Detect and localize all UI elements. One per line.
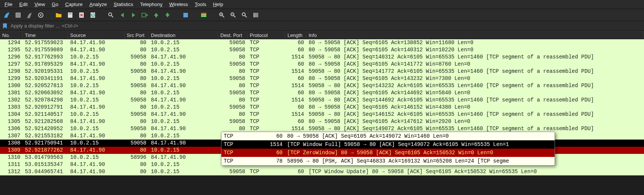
svg-rect-10 xyxy=(142,13,146,17)
cell-sport: 59058 xyxy=(124,111,149,118)
packet-row[interactable]: 129752.91789532984.17.41.908010.0.2.1559… xyxy=(0,61,644,68)
tooltip-len: 60 xyxy=(259,150,285,156)
menu-help[interactable]: Help xyxy=(211,1,226,8)
packet-row[interactable]: 129952.92034119184.17.41.908010.0.2.1559… xyxy=(0,75,644,82)
packet-row[interactable]: 129552.91755908984.17.41.908010.0.2.1559… xyxy=(0,46,644,54)
menu-statistics[interactable]: Statistics xyxy=(111,1,135,8)
col-header-dport[interactable]: Dest. Port xyxy=(218,31,247,39)
tooltip-proto: TCP xyxy=(221,133,259,139)
menu-view[interactable]: View xyxy=(32,1,47,8)
find-icon[interactable] xyxy=(107,11,115,19)
stop-icon[interactable] xyxy=(14,11,22,19)
cell-info: 59058 → 80 [ACK] Seq=146152 Ack=6105 Win… xyxy=(306,111,644,118)
menu-analyze[interactable]: Analyze xyxy=(87,1,109,8)
cell-time: 53.014799563 xyxy=(23,154,68,161)
close-file-icon[interactable] xyxy=(78,11,85,19)
arrow-left-icon[interactable] xyxy=(118,11,126,19)
cell-sport: 80 xyxy=(124,147,149,154)
arrow-up-icon[interactable] xyxy=(152,11,160,19)
cell-no: 1295 xyxy=(0,46,23,54)
menu-edit[interactable]: Edit xyxy=(17,1,30,8)
cell-no: 1294 xyxy=(0,39,23,46)
packet-row[interactable]: 130152.92066309284.17.41.908010.0.2.1559… xyxy=(0,89,644,97)
cell-dst: 10.0.2.15 xyxy=(149,61,218,68)
cell-dport: 59058 xyxy=(218,61,247,68)
cell-src: 10.0.2.15 xyxy=(68,68,124,75)
packet-row[interactable]: 131253.04496574184.17.41.908010.0.2.1559… xyxy=(0,168,644,175)
cell-sport: 59058 xyxy=(124,140,149,147)
cell-no: 1298 xyxy=(0,68,23,75)
menu-go[interactable]: Go xyxy=(49,1,60,8)
col-header-info[interactable]: Info xyxy=(306,31,644,39)
cell-src: 84.17.41.90 xyxy=(68,161,124,168)
menu-file[interactable]: File xyxy=(2,1,15,8)
svg-rect-4 xyxy=(69,13,72,14)
svg-line-9 xyxy=(111,15,113,17)
packet-row[interactable]: 129652.91776299310.0.2.155905884.17.41.9… xyxy=(0,54,644,61)
cell-time: 52.917559089 xyxy=(23,46,68,54)
cell-sport: 59058 xyxy=(124,97,149,104)
arrow-right-icon[interactable] xyxy=(130,11,137,19)
resize-cols-icon[interactable] xyxy=(252,11,260,19)
menu-wireless[interactable]: Wireless xyxy=(167,1,191,8)
colorize-icon[interactable] xyxy=(200,11,207,19)
arrow-down-icon[interactable] xyxy=(164,11,171,19)
goto-icon[interactable] xyxy=(141,11,149,19)
col-header-length[interactable]: Length xyxy=(285,31,306,39)
cell-time: 52.921553182 xyxy=(23,132,68,140)
packet-row[interactable]: 130052.92052781310.0.2.155905884.17.41.9… xyxy=(0,82,644,89)
cell-no: 1305 xyxy=(0,118,23,125)
cell-info: 80 → 59058 [ACK] Seq=6105 Ack=144692 Win… xyxy=(306,89,644,97)
save-icon[interactable] xyxy=(66,11,74,19)
cell-src: 84.17.41.90 xyxy=(68,132,124,140)
cell-no: 1303 xyxy=(0,104,23,111)
cell-dport: 59058 xyxy=(218,118,247,125)
packet-row[interactable]: 129452.91755902384.17.41.908010.0.2.1559… xyxy=(0,39,644,46)
restart-icon[interactable] xyxy=(26,11,33,19)
cell-time: 52.917559023 xyxy=(23,39,68,46)
col-header-dest[interactable]: Destination xyxy=(149,31,218,39)
cell-dst: 10.0.2.15 xyxy=(149,161,218,168)
col-header-sport[interactable]: Src Port xyxy=(124,31,149,39)
cell-time: 52.921140517 xyxy=(23,111,68,118)
packet-row[interactable]: 129852.92019533110.0.2.155905884.17.41.9… xyxy=(0,68,644,75)
shark-fin-icon[interactable] xyxy=(3,11,11,19)
cell-len: 60 xyxy=(285,89,306,97)
autoscroll-icon[interactable] xyxy=(182,11,189,19)
cell-sport: 80 xyxy=(124,118,149,125)
svg-rect-12 xyxy=(167,13,168,15)
folder-open-icon[interactable] xyxy=(55,11,63,19)
cell-no: 1302 xyxy=(0,97,23,104)
reload-icon[interactable] xyxy=(89,11,97,19)
cell-dst: 10.0.2.15 xyxy=(149,39,218,46)
cell-info: 80 → 59058 [ACK] Seq=6105 Ack=143232 Win… xyxy=(306,75,644,82)
col-header-proto[interactable]: Protocol xyxy=(247,31,285,39)
menu-tools[interactable]: Tools xyxy=(192,1,208,8)
col-header-no[interactable]: No. xyxy=(0,31,23,39)
zoom-out-icon[interactable] xyxy=(229,11,237,19)
display-filter-input[interactable] xyxy=(8,21,642,30)
svg-rect-27 xyxy=(255,13,257,17)
cell-sport: 59058 xyxy=(124,82,149,89)
cell-no: 1297 xyxy=(0,61,23,68)
col-header-source[interactable]: Source xyxy=(68,31,124,39)
packet-row[interactable]: 130552.92128256884.17.41.908010.0.2.1559… xyxy=(0,118,644,125)
menu-capture[interactable]: Capture xyxy=(63,1,85,8)
cell-dst: 84.17.41.90 xyxy=(149,68,218,75)
cell-dst: 84.17.41.90 xyxy=(149,82,218,89)
bookmark-icon[interactable] xyxy=(2,23,8,29)
col-header-time[interactable]: Time xyxy=(23,31,68,39)
cell-proto: TCP xyxy=(247,61,285,68)
cell-dst: 84.17.41.90 xyxy=(149,154,218,161)
cell-proto: TCP xyxy=(247,39,285,46)
zoom-reset-icon[interactable] xyxy=(241,11,248,19)
packet-row[interactable]: 130352.92091279184.17.41.908010.0.2.1559… xyxy=(0,104,644,111)
packet-row[interactable]: 130452.92114051710.0.2.155905884.17.41.9… xyxy=(0,111,644,118)
menu-telephony[interactable]: Telephony xyxy=(138,1,164,8)
svg-point-2 xyxy=(40,14,41,16)
packet-row[interactable]: 130252.92078429810.0.2.155905884.17.41.9… xyxy=(0,97,644,104)
zoom-in-icon[interactable] xyxy=(218,11,226,19)
options-icon[interactable] xyxy=(37,11,45,19)
cell-time: 52.917895329 xyxy=(23,61,68,68)
cell-dport: 59058 xyxy=(218,46,247,54)
